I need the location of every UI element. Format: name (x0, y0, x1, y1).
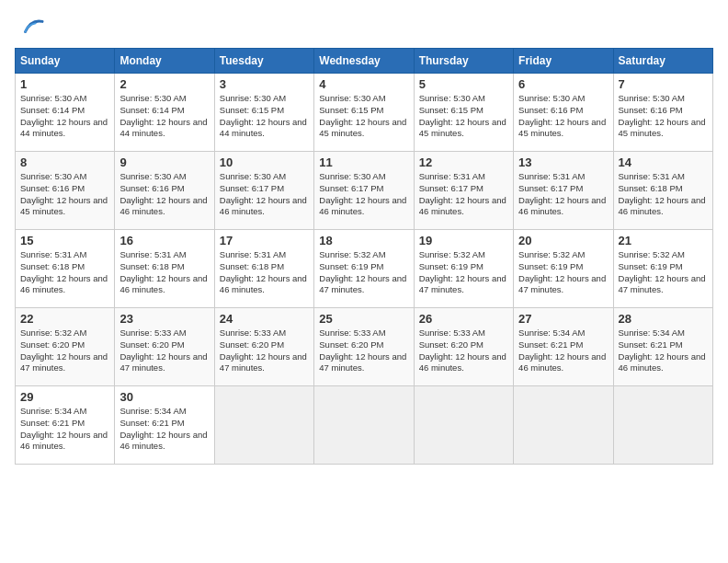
day-detail: Sunrise: 5:30 AM Sunset: 6:14 PM Dayligh… (119, 93, 209, 140)
day-number: 6 (518, 77, 608, 91)
logo (15, 15, 44, 40)
day-detail: Sunrise: 5:33 AM Sunset: 6:20 PM Dayligh… (119, 327, 209, 374)
day-number: 1 (20, 77, 109, 91)
day-detail: Sunrise: 5:33 AM Sunset: 6:20 PM Dayligh… (419, 327, 508, 374)
day-number: 22 (20, 312, 109, 326)
day-number: 30 (119, 390, 209, 404)
calendar-cell: 11 Sunrise: 5:30 AM Sunset: 6:17 PM Dayl… (314, 152, 414, 230)
day-detail: Sunrise: 5:30 AM Sunset: 6:17 PM Dayligh… (220, 171, 309, 218)
day-number: 8 (20, 155, 109, 169)
day-detail: Sunrise: 5:33 AM Sunset: 6:20 PM Dayligh… (220, 327, 309, 374)
day-number: 25 (319, 312, 408, 326)
day-detail: Sunrise: 5:32 AM Sunset: 6:19 PM Dayligh… (419, 249, 508, 296)
day-detail: Sunrise: 5:32 AM Sunset: 6:19 PM Dayligh… (319, 249, 408, 296)
day-detail: Sunrise: 5:30 AM Sunset: 6:15 PM Dayligh… (319, 93, 408, 140)
day-number: 2 (119, 77, 209, 91)
day-detail: Sunrise: 5:30 AM Sunset: 6:15 PM Dayligh… (220, 93, 309, 140)
day-detail: Sunrise: 5:34 AM Sunset: 6:21 PM Dayligh… (20, 406, 109, 453)
calendar-week-row: 22 Sunrise: 5:32 AM Sunset: 6:20 PM Dayl… (16, 308, 713, 386)
weekday-header: Wednesday (314, 49, 414, 74)
calendar-cell: 19 Sunrise: 5:32 AM Sunset: 6:19 PM Dayl… (414, 230, 513, 308)
day-detail: Sunrise: 5:31 AM Sunset: 6:17 PM Dayligh… (419, 171, 508, 218)
calendar-cell: 21 Sunrise: 5:32 AM Sunset: 6:19 PM Dayl… (613, 230, 712, 308)
calendar-cell: 24 Sunrise: 5:33 AM Sunset: 6:20 PM Dayl… (214, 308, 313, 386)
day-number: 4 (319, 77, 408, 91)
day-number: 26 (419, 312, 508, 326)
day-number: 7 (619, 77, 708, 91)
day-detail: Sunrise: 5:31 AM Sunset: 6:17 PM Dayligh… (518, 171, 608, 218)
calendar-cell (314, 386, 414, 465)
day-number: 23 (119, 312, 209, 326)
day-number: 15 (20, 234, 109, 247)
calendar-cell (514, 386, 613, 465)
day-detail: Sunrise: 5:34 AM Sunset: 6:21 PM Dayligh… (119, 406, 209, 453)
day-detail: Sunrise: 5:32 AM Sunset: 6:19 PM Dayligh… (619, 249, 708, 296)
day-number: 11 (319, 155, 408, 169)
calendar-cell: 3 Sunrise: 5:30 AM Sunset: 6:15 PM Dayli… (214, 74, 313, 152)
header (15, 15, 713, 40)
weekday-header: Saturday (613, 49, 712, 74)
day-detail: Sunrise: 5:30 AM Sunset: 6:16 PM Dayligh… (619, 93, 708, 140)
day-number: 20 (518, 234, 608, 247)
calendar-cell: 30 Sunrise: 5:34 AM Sunset: 6:21 PM Dayl… (115, 386, 214, 465)
day-detail: Sunrise: 5:30 AM Sunset: 6:15 PM Dayligh… (419, 93, 508, 140)
calendar-cell: 22 Sunrise: 5:32 AM Sunset: 6:20 PM Dayl… (16, 308, 115, 386)
day-detail: Sunrise: 5:34 AM Sunset: 6:21 PM Dayligh… (518, 327, 608, 374)
day-detail: Sunrise: 5:30 AM Sunset: 6:17 PM Dayligh… (319, 171, 408, 218)
calendar-cell (613, 386, 712, 465)
day-number: 18 (319, 234, 408, 247)
day-detail: Sunrise: 5:31 AM Sunset: 6:18 PM Dayligh… (619, 171, 708, 218)
day-number: 12 (419, 155, 508, 169)
day-number: 28 (619, 312, 708, 326)
day-detail: Sunrise: 5:33 AM Sunset: 6:20 PM Dayligh… (319, 327, 408, 374)
calendar-cell: 16 Sunrise: 5:31 AM Sunset: 6:18 PM Dayl… (115, 230, 214, 308)
weekday-header: Thursday (414, 49, 513, 74)
day-detail: Sunrise: 5:31 AM Sunset: 6:18 PM Dayligh… (220, 249, 309, 296)
logo-icon (18, 15, 44, 40)
day-number: 16 (119, 234, 209, 247)
calendar-cell: 12 Sunrise: 5:31 AM Sunset: 6:17 PM Dayl… (414, 152, 513, 230)
day-detail: Sunrise: 5:30 AM Sunset: 6:16 PM Dayligh… (518, 93, 608, 140)
calendar-week-row: 8 Sunrise: 5:30 AM Sunset: 6:16 PM Dayli… (16, 152, 713, 230)
calendar-cell: 17 Sunrise: 5:31 AM Sunset: 6:18 PM Dayl… (214, 230, 313, 308)
calendar-cell: 28 Sunrise: 5:34 AM Sunset: 6:21 PM Dayl… (613, 308, 712, 386)
calendar-cell: 9 Sunrise: 5:30 AM Sunset: 6:16 PM Dayli… (115, 152, 214, 230)
calendar-cell: 6 Sunrise: 5:30 AM Sunset: 6:16 PM Dayli… (514, 74, 613, 152)
calendar-cell: 7 Sunrise: 5:30 AM Sunset: 6:16 PM Dayli… (613, 74, 712, 152)
calendar-week-row: 15 Sunrise: 5:31 AM Sunset: 6:18 PM Dayl… (16, 230, 713, 308)
calendar-cell: 20 Sunrise: 5:32 AM Sunset: 6:19 PM Dayl… (514, 230, 613, 308)
day-detail: Sunrise: 5:30 AM Sunset: 6:14 PM Dayligh… (20, 93, 109, 140)
day-number: 29 (20, 390, 109, 404)
calendar-cell: 8 Sunrise: 5:30 AM Sunset: 6:16 PM Dayli… (16, 152, 115, 230)
calendar-week-row: 1 Sunrise: 5:30 AM Sunset: 6:14 PM Dayli… (16, 74, 713, 152)
day-number: 17 (220, 234, 309, 247)
day-number: 27 (518, 312, 608, 326)
day-detail: Sunrise: 5:32 AM Sunset: 6:20 PM Dayligh… (20, 327, 109, 374)
day-number: 21 (619, 234, 708, 247)
day-number: 9 (119, 155, 209, 169)
calendar-cell: 15 Sunrise: 5:31 AM Sunset: 6:18 PM Dayl… (16, 230, 115, 308)
calendar-cell (414, 386, 513, 465)
calendar-cell: 1 Sunrise: 5:30 AM Sunset: 6:14 PM Dayli… (16, 74, 115, 152)
calendar-table: SundayMondayTuesdayWednesdayThursdayFrid… (15, 48, 713, 465)
calendar-cell: 26 Sunrise: 5:33 AM Sunset: 6:20 PM Dayl… (414, 308, 513, 386)
calendar-cell: 25 Sunrise: 5:33 AM Sunset: 6:20 PM Dayl… (314, 308, 414, 386)
day-number: 14 (619, 155, 708, 169)
calendar-cell (214, 386, 313, 465)
calendar-cell: 27 Sunrise: 5:34 AM Sunset: 6:21 PM Dayl… (514, 308, 613, 386)
calendar-cell: 10 Sunrise: 5:30 AM Sunset: 6:17 PM Dayl… (214, 152, 313, 230)
day-detail: Sunrise: 5:30 AM Sunset: 6:16 PM Dayligh… (119, 171, 209, 218)
day-number: 10 (220, 155, 309, 169)
calendar-cell: 5 Sunrise: 5:30 AM Sunset: 6:15 PM Dayli… (414, 74, 513, 152)
calendar-cell: 18 Sunrise: 5:32 AM Sunset: 6:19 PM Dayl… (314, 230, 414, 308)
day-number: 5 (419, 77, 508, 91)
day-detail: Sunrise: 5:30 AM Sunset: 6:16 PM Dayligh… (20, 171, 109, 218)
calendar-cell: 13 Sunrise: 5:31 AM Sunset: 6:17 PM Dayl… (514, 152, 613, 230)
day-number: 19 (419, 234, 508, 247)
weekday-header: Tuesday (214, 49, 313, 74)
weekday-header-row: SundayMondayTuesdayWednesdayThursdayFrid… (16, 49, 713, 74)
calendar-cell: 29 Sunrise: 5:34 AM Sunset: 6:21 PM Dayl… (16, 386, 115, 465)
day-detail: Sunrise: 5:31 AM Sunset: 6:18 PM Dayligh… (119, 249, 209, 296)
day-detail: Sunrise: 5:34 AM Sunset: 6:21 PM Dayligh… (619, 327, 708, 374)
day-number: 13 (518, 155, 608, 169)
